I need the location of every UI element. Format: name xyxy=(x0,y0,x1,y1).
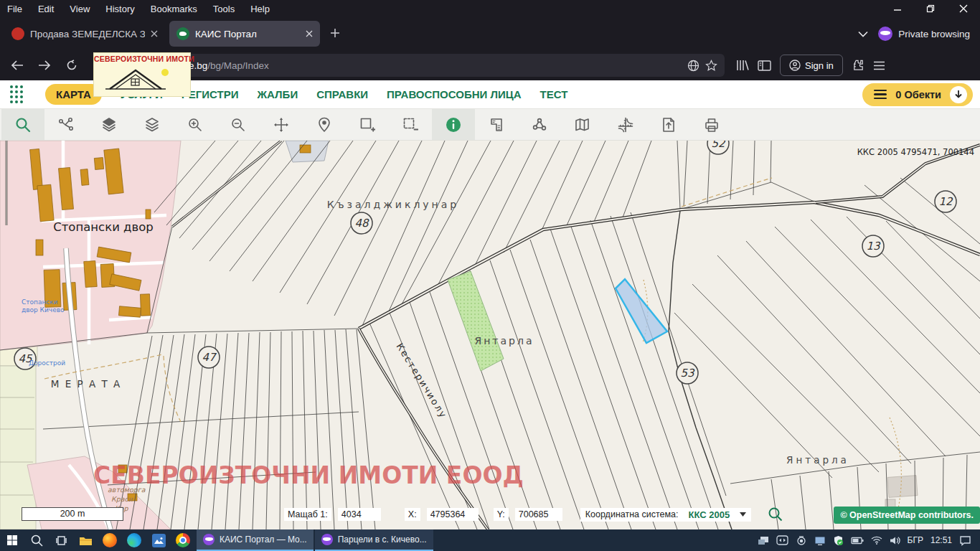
taskbar-window-title: КАИС Портал — Mo... xyxy=(220,534,307,545)
extent-add-tool-icon[interactable] xyxy=(346,109,389,140)
scale-input[interactable] xyxy=(338,508,381,521)
crs-selector[interactable]: Координатна система: ККС 2005 xyxy=(580,508,751,522)
scale-label: Мащаб 1: xyxy=(284,508,331,521)
info-tool-icon[interactable] xyxy=(432,109,475,140)
action-center-icon[interactable] xyxy=(959,535,971,546)
x-coordinate-input[interactable] xyxy=(427,508,479,521)
tab-strip: Продава ЗЕМЕДЕЛСКА ЗЕМЯ в КАИС Портал Pr… xyxy=(0,17,980,50)
task-view-icon[interactable] xyxy=(49,529,73,551)
locate-pin-tool-icon[interactable] xyxy=(303,109,346,140)
nav-pravosposobni-litsa[interactable]: ПРАВОСПОСОБНИ ЛИЦА xyxy=(387,88,522,100)
start-button-icon[interactable] xyxy=(0,529,24,551)
extent-remove-tool-icon[interactable] xyxy=(389,109,432,140)
tab-kais-portal[interactable]: КАИС Портал xyxy=(169,21,320,47)
sidebar-icon[interactable] xyxy=(758,60,771,71)
tab-prodava[interactable]: Продава ЗЕМЕДЕЛСКА ЗЕМЯ в xyxy=(4,21,165,47)
tray-language-label[interactable]: БГР xyxy=(908,535,923,545)
menu-history[interactable]: History xyxy=(105,4,134,14)
window-minimize-icon[interactable] xyxy=(881,0,914,17)
library-icon[interactable] xyxy=(736,60,749,71)
menu-bookmarks[interactable]: Bookmarks xyxy=(151,4,197,14)
share-nodes-tool-icon[interactable] xyxy=(518,109,561,140)
status-search-icon[interactable] xyxy=(768,507,783,522)
menu-view[interactable]: View xyxy=(70,4,90,14)
export-tool-icon[interactable] xyxy=(647,109,690,140)
cadastral-map[interactable]: 45 47 48 52 12 13 53 Стопански двор Къза… xyxy=(0,141,980,529)
tab-close-icon[interactable] xyxy=(306,30,313,37)
menu-help[interactable]: Help xyxy=(250,4,270,14)
tray-teamviewer-icon[interactable] xyxy=(776,535,788,545)
forward-icon[interactable] xyxy=(33,55,56,76)
x-label: X: xyxy=(405,508,420,521)
menu-file[interactable]: File xyxy=(7,4,22,14)
nav-spravki[interactable]: СПРАВКИ xyxy=(316,88,368,100)
firefox-icon[interactable] xyxy=(98,529,122,551)
svg-text:13: 13 xyxy=(866,240,881,253)
crs-value: ККС 2005 xyxy=(689,509,730,520)
menu-edit[interactable]: Edit xyxy=(38,4,54,14)
back-icon[interactable] xyxy=(6,55,29,76)
reload-icon[interactable] xyxy=(60,55,83,76)
new-tab-icon[interactable] xyxy=(330,28,340,40)
objects-button[interactable]: 0 Обекти xyxy=(862,83,973,106)
print-tool-icon[interactable] xyxy=(690,109,733,140)
tray-security-shield-icon[interactable] xyxy=(833,535,844,546)
url-bar[interactable]: kais.cadastre.bg/bg/Map/Index xyxy=(115,54,725,77)
osm-attribution[interactable]: © OpenStreetMap contributors. xyxy=(834,507,980,524)
nav-test[interactable]: ТЕСТ xyxy=(540,88,568,100)
menu-tools[interactable]: Tools xyxy=(213,4,235,14)
list-tabs-icon[interactable] xyxy=(858,31,868,37)
file-explorer-icon[interactable] xyxy=(73,529,98,551)
tray-volume-icon[interactable] xyxy=(890,536,900,545)
route-tool-icon[interactable] xyxy=(44,109,88,140)
tray-clock[interactable]: 12:51 xyxy=(930,535,952,545)
svg-text:Янтарла: Янтарла xyxy=(474,335,534,347)
apps-grid-icon[interactable] xyxy=(10,85,24,104)
layers-tool-icon[interactable] xyxy=(88,109,131,140)
window-close-icon[interactable] xyxy=(947,0,980,17)
window-restore-icon[interactable] xyxy=(914,0,947,17)
private-browsing-label: Private browsing xyxy=(898,29,970,39)
tray-camera-icon[interactable] xyxy=(796,535,807,545)
windows-taskbar: КАИС Портал — Mo... Парцели в с. Кичево.… xyxy=(0,529,980,551)
zoom-out-tool-icon[interactable] xyxy=(217,109,260,140)
bookmark-star-icon[interactable] xyxy=(705,60,717,72)
layer-stack-tool-icon[interactable] xyxy=(131,109,174,140)
y-coordinate-input[interactable] xyxy=(515,508,562,521)
photos-app-icon[interactable] xyxy=(146,529,171,551)
tab-favicon xyxy=(176,27,189,40)
edge-icon[interactable] xyxy=(122,529,146,551)
taskbar-window-kais[interactable]: КАИС Портал — Mo... xyxy=(197,529,314,551)
tray-windows-icon[interactable] xyxy=(758,536,769,545)
tray-battery-icon[interactable] xyxy=(851,536,864,545)
map-viewport[interactable]: 45 47 48 52 12 13 53 Стопански двор Къза… xyxy=(0,141,980,529)
tray-display-icon[interactable] xyxy=(814,536,826,545)
zoom-in-tool-icon[interactable] xyxy=(174,109,217,140)
private-mask-icon xyxy=(878,27,892,41)
tab-close-icon[interactable] xyxy=(151,30,158,37)
svg-text:48: 48 xyxy=(354,217,369,230)
svg-text:Стопански: Стопански xyxy=(22,298,58,306)
svg-text:Янтарла: Янтарла xyxy=(786,454,849,466)
measure-tool-icon[interactable] xyxy=(475,109,518,140)
private-mask-icon xyxy=(203,534,215,545)
taskbar-search-icon[interactable] xyxy=(24,529,49,551)
agency-logo-popup: СЕВЕРОИЗТОЧНИ ИМОТИ xyxy=(93,52,191,97)
chrome-icon[interactable] xyxy=(171,529,195,551)
tray-wifi-icon[interactable] xyxy=(871,536,882,545)
svg-text:Дорострой: Дорострой xyxy=(29,359,65,367)
pan-tool-icon[interactable] xyxy=(260,109,303,140)
search-tool-icon[interactable] xyxy=(1,109,44,140)
extensions-puzzle-icon[interactable] xyxy=(852,59,864,72)
taskbar-window-parceli[interactable]: Парцели в с. Кичево... xyxy=(315,529,433,551)
agency-logo-title: СЕВЕРОИЗТОЧНИ ИМОТИ xyxy=(94,53,190,63)
coordinates-grid-tool-icon[interactable] xyxy=(604,109,647,140)
crs-label: Координатна система: xyxy=(585,509,679,519)
sign-in-button[interactable]: Sign in xyxy=(780,55,843,76)
svg-text:Стопански двор: Стопански двор xyxy=(53,220,154,234)
translate-icon[interactable] xyxy=(687,60,699,72)
svg-text:53: 53 xyxy=(680,367,695,380)
map-folded-tool-icon[interactable] xyxy=(561,109,604,140)
app-menu-hamburger-icon[interactable] xyxy=(873,61,885,70)
nav-zhalbi[interactable]: ЖАЛБИ xyxy=(258,88,298,100)
